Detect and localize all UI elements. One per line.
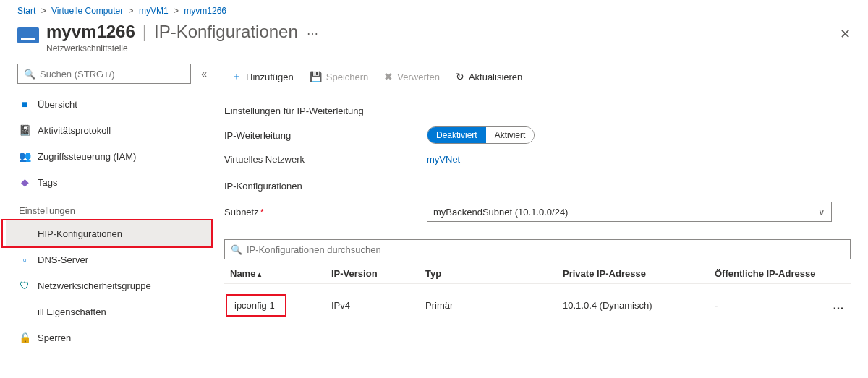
sidebar-item-dns-servers[interactable]: ▫ DNS-Server bbox=[6, 246, 213, 272]
breadcrumb-vm[interactable]: myVM1 bbox=[139, 6, 169, 16]
dns-icon: ▫ bbox=[19, 254, 30, 265]
virtual-network-label: Virtuelles Netzwerk bbox=[224, 154, 427, 165]
plus-icon: ＋ bbox=[231, 70, 242, 83]
properties-icon bbox=[19, 306, 30, 317]
row-more-icon[interactable]: … bbox=[816, 299, 845, 312]
breadcrumb: Start > Virtuelle Computer > myVM1 > myv… bbox=[0, 0, 868, 19]
highlight-box: ipconfig 1 bbox=[226, 294, 286, 317]
sidebar-item-properties[interactable]: ill Eigenschaften bbox=[6, 298, 213, 325]
save-button[interactable]: 💾 Speichern bbox=[302, 68, 376, 85]
resource-type: Netzwerkschnittstelle bbox=[46, 43, 318, 53]
ip-config-icon bbox=[19, 228, 30, 239]
sidebar-item-label: ill Eigenschaften bbox=[38, 306, 106, 317]
ip-configurations-section-title: IP-Konfigurationen bbox=[224, 181, 851, 192]
breadcrumb-nic[interactable]: myvm1266 bbox=[184, 6, 226, 16]
toggle-enabled[interactable]: Aktiviert bbox=[486, 127, 535, 143]
sidebar-item-activity-log[interactable]: 📓 Aktivitätsprotokoll bbox=[6, 117, 213, 143]
sidebar-item-label: HIP-Konfigurationen bbox=[38, 228, 122, 239]
tags-icon: ◆ bbox=[19, 176, 30, 188]
col-name[interactable]: Name bbox=[230, 268, 331, 279]
discard-button[interactable]: ✖ Verwerfen bbox=[377, 68, 447, 85]
save-button-label: Speichern bbox=[326, 72, 369, 82]
subnet-select[interactable]: myBackendSubnet (10.1.0.0/24) ∨ bbox=[427, 202, 832, 222]
sidebar-item-label: DNS-Server bbox=[38, 254, 88, 265]
network-interface-icon bbox=[17, 27, 39, 43]
table-row[interactable]: ipconfig 1 IPv4 Primär 10.1.0.4 (Dynamis… bbox=[224, 284, 851, 327]
sidebar-item-label: Sperren bbox=[38, 332, 71, 343]
ip-config-search[interactable]: 🔍 bbox=[224, 239, 851, 259]
discard-button-label: Verwerfen bbox=[397, 72, 440, 82]
ip-forwarding-label: IP-Weiterleitung bbox=[224, 130, 427, 141]
cell-ip-version: IPv4 bbox=[331, 300, 425, 311]
sidebar-search[interactable]: 🔍 bbox=[17, 64, 191, 84]
sidebar-item-iam[interactable]: 👥 Zugriffssteuerung (IAM) bbox=[6, 143, 213, 169]
shield-icon: 🛡 bbox=[19, 280, 30, 291]
save-icon: 💾 bbox=[310, 71, 322, 82]
ip-forwarding-section-title: Einstellungen für IP-Weiterleitung bbox=[224, 106, 851, 116]
subnet-label: Subnetz* bbox=[224, 207, 427, 218]
add-button-label: Hinzufügen bbox=[246, 72, 294, 82]
sidebar-item-ip-configurations[interactable]: HIP-Konfigurationen bbox=[6, 220, 213, 246]
resource-name: myvm1266 bbox=[46, 22, 135, 42]
chevron-down-icon: ∨ bbox=[818, 207, 825, 218]
subnet-select-value: myBackendSubnet (10.1.0.0/24) bbox=[433, 207, 568, 218]
activity-log-icon: 📓 bbox=[19, 124, 30, 136]
sidebar-section-settings: Einstellungen bbox=[6, 195, 213, 220]
iam-icon: 👥 bbox=[19, 150, 30, 162]
col-type[interactable]: Typ bbox=[425, 268, 563, 279]
breadcrumb-start[interactable]: Start bbox=[17, 6, 35, 16]
cell-name: ipconfig 1 bbox=[234, 300, 275, 311]
refresh-icon: ↻ bbox=[456, 71, 464, 82]
sidebar-item-label: Tags bbox=[38, 177, 57, 188]
refresh-button-label: Aktualisieren bbox=[469, 72, 522, 82]
sidebar-search-input[interactable] bbox=[40, 69, 184, 80]
main-content: ＋ Hinzufügen 💾 Speichern ✖ Verwerfen ↻ A… bbox=[213, 59, 868, 351]
cell-type: Primär bbox=[425, 300, 563, 311]
search-icon: 🔍 bbox=[231, 244, 242, 255]
sidebar-item-label: Aktivitätsprotokoll bbox=[38, 125, 111, 136]
collapse-sidebar-icon[interactable]: « bbox=[201, 68, 207, 80]
sidebar-item-locks[interactable]: 🔒 Sperren bbox=[6, 325, 213, 351]
virtual-network-link[interactable]: myVNet bbox=[427, 154, 460, 165]
sidebar-item-label: Übersicht bbox=[38, 99, 77, 110]
search-icon: 🔍 bbox=[24, 69, 35, 80]
cell-private-ip: 10.1.0.4 (Dynamisch) bbox=[563, 300, 715, 311]
sidebar-item-nsg[interactable]: 🛡 Netzwerksicherheitsgruppe bbox=[6, 272, 213, 298]
table-header-row: Name IP-Version Typ Private IP-Adresse Ö… bbox=[224, 264, 851, 284]
page-header: myvm1266 | IP-Konfigurationen ⋯ Netzwerk… bbox=[0, 19, 868, 59]
sidebar-item-tags[interactable]: ◆ Tags bbox=[6, 169, 213, 195]
overview-icon: ■ bbox=[19, 98, 30, 110]
close-button[interactable]: ✕ bbox=[840, 26, 851, 42]
sidebar: 🔍 « ■ Übersicht 📓 Aktivitätsprotokoll 👥 … bbox=[0, 59, 213, 351]
refresh-button[interactable]: ↻ Aktualisieren bbox=[448, 68, 529, 85]
ip-config-table: Name IP-Version Typ Private IP-Adresse Ö… bbox=[224, 264, 851, 327]
title-separator: | bbox=[142, 22, 147, 42]
command-bar: ＋ Hinzufügen 💾 Speichern ✖ Verwerfen ↻ A… bbox=[224, 64, 851, 90]
col-ip-version[interactable]: IP-Version bbox=[331, 268, 425, 279]
add-button[interactable]: ＋ Hinzufügen bbox=[224, 67, 301, 86]
col-private-ip[interactable]: Private IP-Adresse bbox=[563, 268, 715, 279]
sidebar-item-label: Netzwerksicherheitsgruppe bbox=[38, 280, 151, 291]
cell-public-ip: - bbox=[715, 300, 816, 311]
lock-icon: 🔒 bbox=[19, 332, 30, 343]
breadcrumb-virtual-computers[interactable]: Virtuelle Computer bbox=[51, 6, 123, 16]
sidebar-item-overview[interactable]: ■ Übersicht bbox=[6, 91, 213, 117]
more-options-icon[interactable]: ⋯ bbox=[307, 27, 318, 40]
ip-forwarding-toggle[interactable]: Deaktiviert Aktiviert bbox=[427, 126, 535, 144]
col-public-ip[interactable]: Öffentliche IP-Adresse bbox=[715, 268, 816, 279]
chevron-right-icon: > bbox=[129, 6, 134, 16]
sidebar-item-label: Zugriffssteuerung (IAM) bbox=[38, 151, 136, 162]
discard-icon: ✖ bbox=[384, 71, 393, 82]
required-marker: * bbox=[260, 207, 264, 218]
blade-title: IP-Konfigurationen bbox=[154, 22, 298, 42]
chevron-right-icon: > bbox=[174, 6, 179, 16]
toggle-disabled[interactable]: Deaktiviert bbox=[427, 127, 486, 143]
ip-config-search-input[interactable] bbox=[247, 244, 844, 255]
chevron-right-icon: > bbox=[41, 6, 46, 16]
